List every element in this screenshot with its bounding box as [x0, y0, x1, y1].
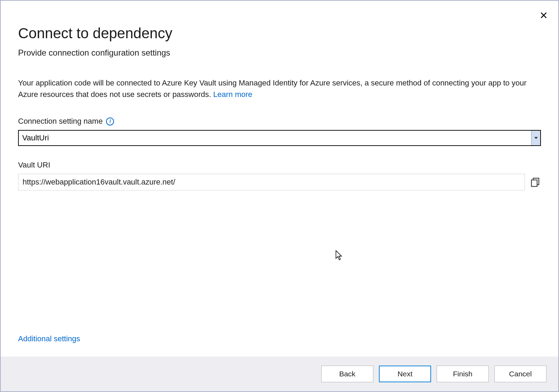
next-button[interactable]: Next	[379, 366, 431, 382]
vault-uri-label: Vault URI	[18, 161, 50, 170]
close-button[interactable]	[539, 10, 549, 20]
connection-name-combobox[interactable]	[18, 130, 541, 146]
back-button[interactable]: Back	[321, 366, 373, 382]
svg-rect-4	[532, 180, 537, 187]
vault-uri-value: https://webapplication16vault.vault.azur…	[18, 174, 525, 190]
connection-name-group: Connection setting name i	[18, 117, 541, 146]
description-text: Your application code will be connected …	[18, 79, 527, 99]
info-icon[interactable]: i	[106, 117, 114, 125]
finish-button[interactable]: Finish	[437, 366, 489, 382]
dialog-description: Your application code will be connected …	[18, 77, 541, 100]
vault-uri-label-row: Vault URI	[18, 161, 541, 170]
connection-name-label-row: Connection setting name i	[18, 117, 541, 126]
connection-name-input[interactable]	[19, 131, 531, 145]
cancel-button[interactable]: Cancel	[494, 366, 546, 382]
vault-uri-row: https://webapplication16vault.vault.azur…	[18, 174, 541, 190]
connection-name-dropdown[interactable]	[531, 131, 540, 145]
learn-more-link[interactable]: Learn more	[213, 90, 252, 99]
connection-name-label: Connection setting name	[18, 117, 103, 126]
copy-icon[interactable]	[530, 177, 541, 188]
vault-uri-group: Vault URI https://webapplication16vault.…	[18, 161, 541, 190]
svg-marker-2	[534, 137, 538, 139]
additional-settings-link[interactable]: Additional settings	[18, 334, 541, 343]
dialog-content: Connect to dependency Provide connection…	[1, 1, 558, 357]
connect-dependency-dialog: Connect to dependency Provide connection…	[0, 0, 559, 392]
dialog-title: Connect to dependency	[18, 25, 541, 42]
dialog-subtitle: Provide connection configuration setting…	[18, 48, 541, 58]
dialog-footer: Back Next Finish Cancel	[1, 357, 558, 391]
